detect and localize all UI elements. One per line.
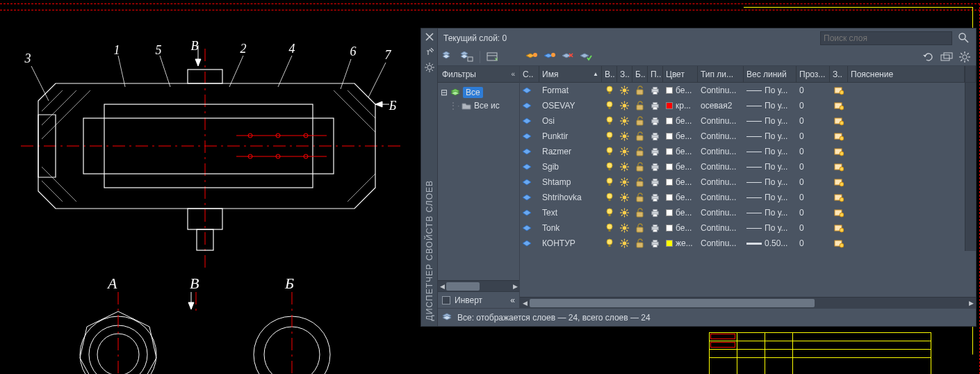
search-icon[interactable]: [958, 32, 970, 44]
layer-freeze-toggle[interactable]: [617, 129, 632, 144]
layer-newvpfreeze-toggle[interactable]: [830, 236, 848, 251]
new-layer-button[interactable]: [442, 50, 456, 64]
layer-color-cell[interactable]: бе...: [663, 129, 698, 144]
layer-row[interactable]: Format бе... Continu... По у... 0: [520, 83, 976, 98]
layer-transparency-cell[interactable]: 0: [797, 205, 830, 220]
new-layer-vp-button[interactable]: [460, 50, 474, 64]
layer-lineweight-cell[interactable]: По у...: [744, 113, 797, 129]
layer-freeze-toggle[interactable]: [617, 98, 632, 113]
layer-row[interactable]: Shtrihovka бе... Continu... По у... 0: [520, 190, 976, 205]
layer-name[interactable]: КОНТУР: [539, 236, 602, 251]
layer-freeze-toggle[interactable]: [617, 174, 632, 190]
layer-newvpfreeze-toggle[interactable]: [830, 190, 848, 205]
layer-linetype-cell[interactable]: Continu...: [698, 144, 744, 159]
layer-description-cell[interactable]: [848, 113, 965, 129]
layer-lineweight-cell[interactable]: По у...: [744, 98, 797, 113]
layer-transparency-cell[interactable]: 0: [797, 174, 830, 190]
layer-newvpfreeze-toggle[interactable]: [830, 159, 848, 174]
layer-name[interactable]: Shtamp: [539, 174, 602, 190]
layer-on-toggle[interactable]: [602, 205, 617, 220]
layer-lineweight-cell[interactable]: По у...: [744, 159, 797, 174]
toggle-overrides-button[interactable]: [940, 50, 954, 64]
tree-child-row[interactable]: ⋮· Все ис: [439, 99, 518, 112]
col-status[interactable]: С..: [520, 66, 539, 82]
layer-transparency-cell[interactable]: 0: [797, 190, 830, 205]
layer-lock-toggle[interactable]: [632, 190, 648, 205]
scroll-right-icon[interactable]: ▶: [511, 281, 519, 292]
layer-name[interactable]: Shtrihovka: [539, 190, 602, 205]
layer-linetype-cell[interactable]: Continu...: [698, 190, 744, 205]
layer-row[interactable]: Tonk бе... Continu... По у... 0: [520, 220, 976, 236]
layer-color-cell[interactable]: кр...: [663, 98, 698, 113]
layer-plot-toggle[interactable]: [648, 236, 663, 251]
layer-newvpfreeze-toggle[interactable]: [830, 98, 848, 113]
layer-linetype-cell[interactable]: Continu...: [698, 220, 744, 236]
layer-name[interactable]: Format: [539, 83, 602, 98]
layer-row[interactable]: Osi бе... Continu... По у... 0: [520, 113, 976, 129]
layer-row[interactable]: Text бе... Continu... По у... 0: [520, 205, 976, 220]
layer-lineweight-cell[interactable]: По у...: [744, 129, 797, 144]
layer-color-cell[interactable]: же...: [663, 236, 698, 251]
layer-freeze-toggle[interactable]: [617, 220, 632, 236]
close-icon[interactable]: [424, 31, 435, 42]
layer-transparency-cell[interactable]: 0: [797, 159, 830, 174]
layer-lock-toggle[interactable]: [632, 174, 648, 190]
layer-on-toggle[interactable]: [602, 190, 617, 205]
layer-on-toggle[interactable]: [602, 159, 617, 174]
layer-description-cell[interactable]: [848, 83, 965, 98]
layer-description-cell[interactable]: [848, 98, 965, 113]
layer-color-cell[interactable]: бе...: [663, 144, 698, 159]
layer-lock-toggle[interactable]: [632, 129, 648, 144]
scroll-left-icon[interactable]: ◀: [438, 281, 446, 292]
layer-newvpfreeze-toggle[interactable]: [830, 205, 848, 220]
layer-color-cell[interactable]: бе...: [663, 190, 698, 205]
layer-row[interactable]: Razmer бе... Continu... По у... 0: [520, 144, 976, 159]
layer-newvpfreeze-toggle[interactable]: [830, 83, 848, 98]
layer-lineweight-cell[interactable]: По у...: [744, 220, 797, 236]
layer-freeze-toggle[interactable]: [617, 144, 632, 159]
layer-plot-toggle[interactable]: [648, 83, 663, 98]
invert-checkbox[interactable]: [442, 296, 450, 304]
layer-plot-toggle[interactable]: [648, 190, 663, 205]
layer-freeze-toggle[interactable]: [617, 83, 632, 98]
layer-description-cell[interactable]: [848, 205, 965, 220]
layer-color-cell[interactable]: бе...: [663, 113, 698, 129]
scrollbar-thumb[interactable]: [530, 299, 815, 307]
tree-root-row[interactable]: ⊟ Все: [439, 86, 518, 99]
layer-row[interactable]: Shtamp бе... Continu... По у... 0: [520, 174, 976, 190]
layer-freeze-toggle[interactable]: [617, 159, 632, 174]
layer-on-toggle[interactable]: [602, 83, 617, 98]
layer-plot-toggle[interactable]: [648, 159, 663, 174]
layer-states-button[interactable]: [486, 50, 500, 64]
collapse-invert-icon[interactable]: «: [510, 295, 515, 305]
layer-plot-toggle[interactable]: [648, 98, 663, 113]
layer-on-toggle[interactable]: [602, 220, 617, 236]
layer-description-cell[interactable]: [848, 236, 965, 251]
col-transparency[interactable]: Проз...: [797, 66, 830, 82]
layer-description-cell[interactable]: [848, 190, 965, 205]
layer-on-toggle[interactable]: [602, 98, 617, 113]
col-on[interactable]: В..: [602, 66, 617, 82]
delete-layer-button[interactable]: [561, 50, 575, 64]
layer-linetype-cell[interactable]: Continu...: [698, 174, 744, 190]
layer-lock-toggle[interactable]: [632, 98, 648, 113]
layer-name[interactable]: OSEVAY: [539, 98, 602, 113]
layer-row[interactable]: Sgib бе... Continu... По у... 0: [520, 159, 976, 174]
filter-hscrollbar[interactable]: ◀ ▶: [438, 280, 519, 291]
layer-linetype-cell[interactable]: Continu...: [698, 129, 744, 144]
options-icon[interactable]: [424, 62, 435, 73]
layer-description-cell[interactable]: [848, 159, 965, 174]
layer-name[interactable]: Text: [539, 205, 602, 220]
tree-toggle-icon[interactable]: ⊟: [441, 88, 448, 97]
col-lock[interactable]: Б..: [632, 66, 648, 82]
layer-transparency-cell[interactable]: 0: [797, 220, 830, 236]
layer-lock-toggle[interactable]: [632, 159, 648, 174]
layer-row[interactable]: Punktir бе... Continu... По у... 0: [520, 129, 976, 144]
layer-search-input[interactable]: [820, 31, 952, 45]
col-freeze[interactable]: З..: [617, 66, 632, 82]
layer-color-cell[interactable]: бе...: [663, 220, 698, 236]
layer-plot-toggle[interactable]: [648, 174, 663, 190]
layer-states-icon[interactable]: [442, 312, 453, 323]
layer-hscrollbar[interactable]: ◀ ▶: [520, 297, 976, 308]
layer-linetype-cell[interactable]: Continu...: [698, 236, 744, 251]
